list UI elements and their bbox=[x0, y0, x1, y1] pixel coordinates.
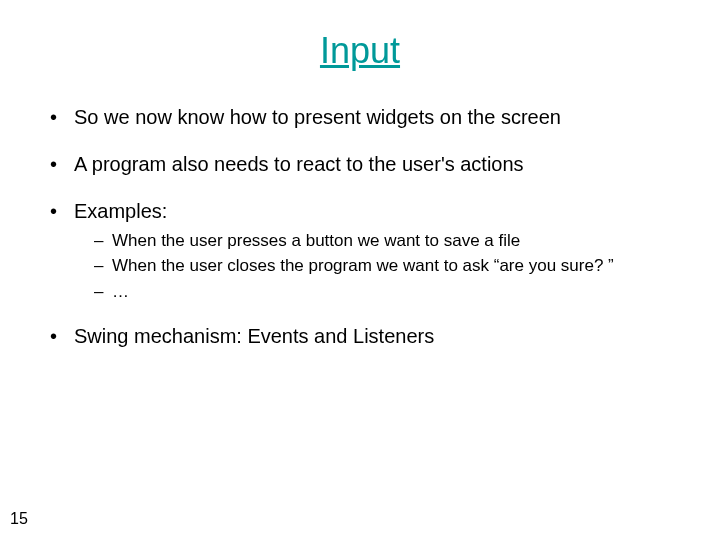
bullet-text: Examples: bbox=[74, 200, 167, 222]
page-number: 15 bbox=[10, 510, 28, 528]
sub-bullet-list: When the user presses a button we want t… bbox=[74, 230, 670, 302]
sub-bullet-text: When the user presses a button we want t… bbox=[112, 231, 520, 250]
bullet-item: Examples: When the user presses a button… bbox=[50, 199, 670, 302]
slide: Input So we now know how to present widg… bbox=[0, 0, 720, 540]
bullet-item: Swing mechanism: Events and Listeners bbox=[50, 324, 670, 349]
bullet-text: Swing mechanism: Events and Listeners bbox=[74, 325, 434, 347]
sub-bullet-item: When the user closes the program we want… bbox=[94, 255, 670, 276]
bullet-list: So we now know how to present widgets on… bbox=[50, 105, 670, 349]
bullet-item: So we now know how to present widgets on… bbox=[50, 105, 670, 130]
sub-bullet-item: When the user presses a button we want t… bbox=[94, 230, 670, 251]
slide-title: Input bbox=[0, 30, 720, 72]
sub-bullet-text: … bbox=[112, 282, 129, 301]
bullet-item: A program also needs to react to the use… bbox=[50, 152, 670, 177]
sub-bullet-item: … bbox=[94, 281, 670, 302]
bullet-text: A program also needs to react to the use… bbox=[74, 153, 524, 175]
bullet-text: So we now know how to present widgets on… bbox=[74, 106, 561, 128]
slide-body: So we now know how to present widgets on… bbox=[50, 105, 670, 371]
sub-bullet-text: When the user closes the program we want… bbox=[112, 256, 614, 275]
